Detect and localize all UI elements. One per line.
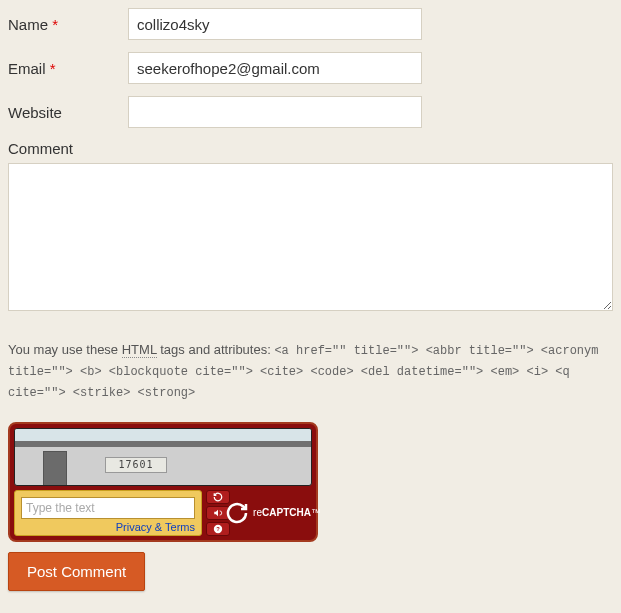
website-input[interactable] <box>128 96 422 128</box>
recaptcha-icon <box>225 501 249 525</box>
name-label: Name * <box>8 16 128 33</box>
required-marker: * <box>50 60 56 77</box>
comment-textarea[interactable] <box>8 163 613 311</box>
post-comment-button[interactable]: Post Comment <box>8 552 145 591</box>
captcha-input-wrap: Privacy & Terms <box>14 490 202 536</box>
svg-text:?: ? <box>216 526 220 532</box>
audio-icon <box>213 508 223 518</box>
email-input[interactable] <box>128 52 422 84</box>
help-icon: ? <box>213 524 223 534</box>
html-abbr: HTML <box>122 342 157 358</box>
recaptcha-logo: reCAPTCHA™ <box>234 490 312 536</box>
recaptcha-widget: 17601 Privacy & Terms ? reCAPTCHA™ <box>8 422 318 542</box>
name-input[interactable] <box>128 8 422 40</box>
email-label: Email * <box>8 60 128 77</box>
refresh-icon <box>213 492 223 502</box>
captcha-image: 17601 <box>14 428 312 486</box>
website-label: Website <box>8 104 128 121</box>
captcha-privacy-link[interactable]: Privacy & Terms <box>116 521 195 533</box>
captcha-input[interactable] <box>21 497 195 519</box>
required-marker: * <box>52 16 58 33</box>
html-hint: You may use these HTML tags and attribut… <box>8 340 613 404</box>
captcha-image-text: 17601 <box>105 457 167 473</box>
comment-label: Comment <box>8 140 613 157</box>
